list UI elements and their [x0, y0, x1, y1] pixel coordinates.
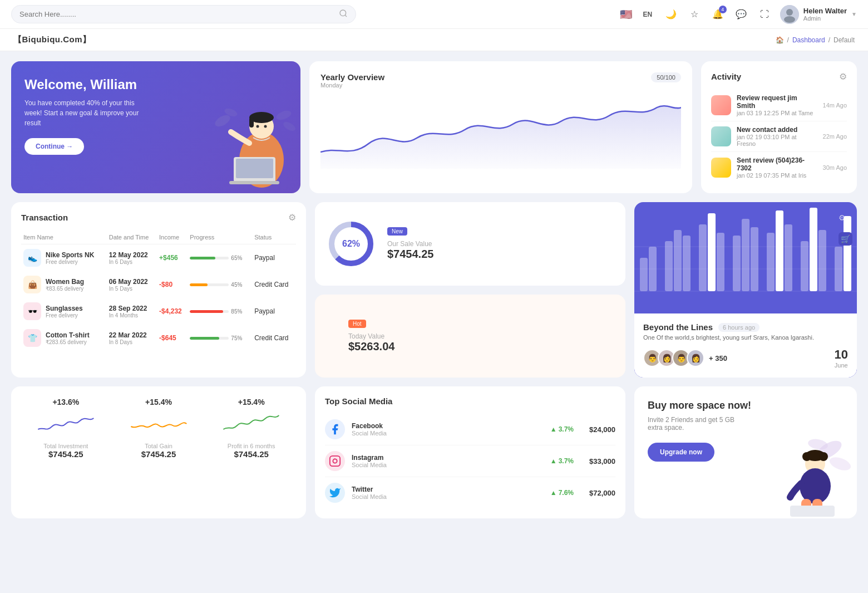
beyond-plus-count: + 350	[709, 354, 727, 362]
beyond-title-row: Beyond the Lines 6 hours ago	[643, 322, 848, 332]
svg-point-51	[819, 452, 828, 461]
svg-rect-24	[640, 258, 648, 291]
item-sub-2: ₹83.65 delivery	[46, 286, 84, 292]
item-date-1: 12 May 2022	[109, 251, 155, 259]
user-info[interactable]: Helen Walter Admin ▼	[780, 5, 857, 24]
item-income-2: -$80	[159, 281, 172, 288]
col-income: Income	[157, 231, 188, 244]
activity-title-3: Sent review (504)236-7302	[737, 156, 817, 172]
language-flag: 🇺🇸	[620, 8, 632, 21]
stat-gain: +15.4% Total Gain $7454.25	[115, 398, 203, 459]
stat-profit: +15.4% Profit in 6 months $7454.25	[208, 398, 295, 459]
notification-badge: 4	[719, 6, 727, 13]
activity-content-1: Review request jim Smith jan 03 19 12:25…	[737, 94, 817, 116]
activity-time-3: 30m Ago	[823, 164, 847, 171]
twitter-amount: $72,000	[589, 489, 615, 497]
activity-content-3: Sent review (504)236-7302 jan 02 19 07:3…	[737, 156, 817, 179]
twitter-type: Social Media	[352, 493, 387, 500]
upgrade-button[interactable]: Upgrade now	[648, 443, 714, 462]
twitter-name: Twitter	[352, 486, 387, 493]
notification-icon[interactable]: 🔔 4	[710, 7, 726, 22]
svg-rect-39	[810, 208, 817, 291]
social-card: Top Social Media Facebook Social Media ▲…	[315, 386, 625, 518]
home-icon: 🏠	[776, 36, 784, 44]
search-icon	[339, 9, 348, 19]
top-navigation: 🇺🇸 EN 🌙 ☆ 🔔 4 💬 ⛶ Helen Walter Admin ▼	[0, 0, 868, 29]
item-progress-2: 45%	[190, 282, 250, 288]
activity-settings-icon[interactable]: ⚙	[839, 71, 847, 82]
transaction-header: Transaction ⚙	[21, 212, 296, 223]
item-name-3: Sunglasses	[46, 305, 83, 312]
user-role: Admin	[803, 15, 847, 22]
theme-toggle[interactable]: 🌙	[663, 7, 679, 22]
buy-text-area: Buy more space now! Invite 2 Friends and…	[648, 400, 753, 462]
item-icon-3: 🕶️	[23, 302, 41, 320]
row1: Welcome, William You have completed 40% …	[11, 61, 857, 193]
svg-rect-26	[665, 241, 673, 291]
item-icon-1: 👟	[23, 249, 41, 267]
item-status-2: Credit Card	[252, 271, 296, 298]
sparkline-investment	[22, 410, 110, 438]
item-progress-3: 85%	[190, 308, 250, 315]
sale-new-value: $7454.25	[387, 248, 433, 261]
svg-rect-30	[708, 213, 716, 291]
breadcrumb: 🏠 / Dashboard / Default	[776, 36, 855, 44]
stats-card: +13.6% Total Investment $7454.25 +15.4% …	[11, 386, 306, 518]
item-progress-1: 65%	[190, 255, 250, 261]
beyond-cart-icon[interactable]: 🛒	[839, 232, 852, 246]
item-sub-1: Free delivery	[46, 259, 94, 265]
stat-investment-percent: +13.6%	[22, 398, 110, 406]
sale-hot-card: Hot Today Value $5263.04	[315, 295, 625, 378]
language-label[interactable]: EN	[640, 7, 655, 22]
transaction-table: Item Name Date and Time Income Progress …	[21, 231, 296, 351]
donut-percent: 62%	[342, 239, 360, 249]
welcome-card: Welcome, William You have completed 40% …	[11, 61, 300, 193]
beyond-bottom: 👨 👩 👨 👩 + 350 10 June	[643, 347, 848, 369]
activity-card: Activity ⚙ Review request jim Smith jan …	[701, 61, 857, 193]
activity-title: Activity	[711, 72, 741, 81]
beyond-settings-icon[interactable]: ⚙	[839, 213, 852, 222]
beyond-date-num: 10	[835, 347, 848, 362]
social-title: Top Social Media	[325, 396, 392, 406]
stat-profit-label: Profit in 6 months	[208, 443, 295, 449]
transaction-settings-icon[interactable]: ⚙	[288, 212, 296, 223]
item-cell-2: 👜Women Bag₹83.65 delivery	[23, 276, 105, 293]
transaction-title: Transaction	[21, 213, 68, 222]
search-bar[interactable]	[11, 5, 356, 23]
beyond-info: Beyond the Lines 6 hours ago One Of the …	[634, 313, 857, 378]
social-row-facebook: Facebook Social Media ▲ 3.7% $24,000	[325, 414, 615, 445]
sparkline-profit	[208, 410, 295, 438]
beyond-desc: One Of the world,s brightest, young surf…	[643, 334, 848, 341]
beyond-date-box: 10 June	[835, 347, 848, 369]
item-icon-4: 👕	[23, 329, 41, 347]
activity-header: Activity ⚙	[711, 71, 847, 82]
item-income-1: +$456	[159, 254, 178, 262]
activity-title-1: Review request jim Smith	[737, 94, 817, 110]
svg-rect-31	[717, 233, 724, 291]
stat-investment-value: $7454.25	[22, 449, 110, 459]
continue-button[interactable]: Continue →	[24, 138, 84, 155]
main-content: Welcome, William You have completed 40% …	[0, 51, 868, 528]
facebook-icon	[325, 419, 345, 439]
activity-thumb-3	[711, 158, 731, 178]
sale-new-info: New Our Sale Value $7454.25	[387, 227, 433, 261]
breadcrumb-dashboard[interactable]: Dashboard	[792, 36, 825, 44]
yearly-subtitle: Monday	[320, 82, 384, 89]
item-icon-2: 👜	[23, 276, 41, 293]
activity-content-2: New contact added jan 02 19 03:10 PM at …	[737, 126, 817, 147]
svg-rect-33	[742, 219, 749, 291]
svg-rect-29	[699, 224, 707, 291]
sale-hot-value: $5263.04	[348, 340, 394, 353]
search-input[interactable]	[19, 10, 336, 18]
yearly-header: Yearly Overview Monday 50/100	[320, 72, 681, 94]
yearly-badge: 50/100	[651, 72, 681, 82]
row2: Transaction ⚙ Item Name Date and Time In…	[11, 202, 857, 378]
breadcrumb-current: Default	[834, 36, 855, 44]
table-row: 👟Nike Sports NKFree delivery 12 May 2022…	[21, 244, 296, 272]
message-icon[interactable]: 💬	[733, 7, 749, 22]
activity-sub-1: jan 03 19 12:25 PM at Tame	[737, 110, 817, 116]
favorite-icon[interactable]: ☆	[687, 7, 702, 22]
svg-point-0	[340, 10, 346, 16]
buy-card: Buy more space now! Invite 2 Friends and…	[634, 386, 857, 518]
fullscreen-icon[interactable]: ⛶	[757, 7, 772, 22]
